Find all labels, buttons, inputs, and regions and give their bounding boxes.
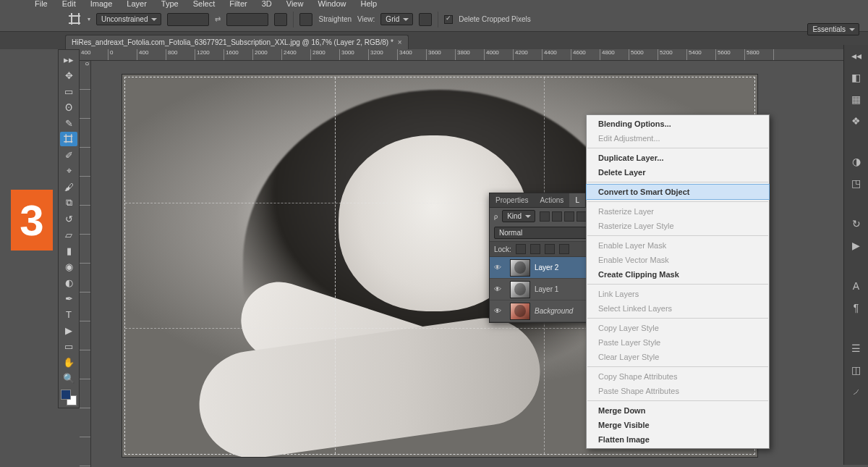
menu-type[interactable]: Type bbox=[156, 0, 184, 9]
delete-cropped-checkbox[interactable] bbox=[444, 15, 453, 24]
layer-thumbnail[interactable] bbox=[510, 303, 530, 320]
layers-panel-icon[interactable]: ☰ bbox=[848, 340, 864, 356]
settings-gear-icon[interactable] bbox=[419, 13, 432, 26]
menu-select[interactable]: Select bbox=[187, 0, 221, 9]
shape-tool[interactable]: ▭ bbox=[60, 339, 77, 353]
document-title: HiRes_andreaxt_Fotolia.com_Fotolia_63677… bbox=[72, 38, 393, 46]
straighten-icon[interactable] bbox=[299, 13, 312, 26]
lock-transparency-icon[interactable] bbox=[516, 244, 526, 254]
context-menu-item[interactable]: Merge Down bbox=[587, 403, 769, 418]
adjustments-panel-icon[interactable]: ◑ bbox=[848, 153, 864, 169]
workspace-dropdown[interactable]: Essentials bbox=[807, 23, 859, 35]
eraser-tool[interactable]: ▱ bbox=[60, 227, 77, 242]
context-menu-item: Rasterize Layer bbox=[587, 204, 769, 219]
kind-filter-dropdown[interactable]: Kind bbox=[502, 210, 535, 222]
menu-window[interactable]: Window bbox=[312, 0, 352, 9]
color-swatch[interactable] bbox=[61, 390, 77, 405]
visibility-eye-icon[interactable]: 👁 bbox=[490, 264, 506, 272]
context-menu-item[interactable]: Blending Options... bbox=[587, 117, 769, 131]
clear-button[interactable] bbox=[274, 13, 287, 26]
menu-separator bbox=[587, 284, 768, 285]
gradient-tool[interactable]: ▮ bbox=[60, 243, 77, 258]
lock-position-icon[interactable] bbox=[545, 244, 555, 254]
visibility-eye-icon[interactable]: 👁 bbox=[490, 285, 506, 293]
history-panel-icon[interactable]: ↻ bbox=[848, 216, 864, 232]
context-menu-item: Edit Adjustment... bbox=[587, 131, 769, 146]
lock-all-icon[interactable] bbox=[559, 244, 569, 254]
close-tab-icon[interactable]: × bbox=[398, 38, 402, 46]
view-dropdown[interactable]: Grid bbox=[380, 13, 413, 25]
context-menu-item: Copy Shape Attributes bbox=[587, 369, 769, 384]
filter-pixel-icon[interactable] bbox=[540, 211, 550, 222]
expand-icon[interactable]: ◂◂ bbox=[848, 48, 864, 64]
context-menu-item: Enable Layer Mask bbox=[587, 238, 769, 253]
quick-select-tool[interactable]: ✎ bbox=[60, 116, 77, 130]
context-menu-item[interactable]: Create Clipping Mask bbox=[587, 267, 769, 282]
layer-thumbnail[interactable] bbox=[510, 259, 530, 277]
channels-panel-icon[interactable]: ◫ bbox=[848, 362, 864, 378]
swatches-panel-icon[interactable]: ▦ bbox=[848, 91, 864, 107]
hand-tool[interactable]: ✋ bbox=[60, 355, 77, 369]
document-tab[interactable]: HiRes_andreaxt_Fotolia.com_Fotolia_63677… bbox=[65, 35, 409, 49]
masks-panel-icon[interactable]: ◳ bbox=[848, 175, 864, 191]
marquee-tool[interactable]: ▭ bbox=[60, 84, 77, 98]
layer-thumbnail[interactable] bbox=[510, 281, 530, 298]
constrain-dropdown[interactable]: Unconstrained bbox=[96, 13, 161, 25]
height-input[interactable] bbox=[226, 13, 268, 26]
pen-tool[interactable]: ✒ bbox=[60, 291, 77, 306]
document-tab-bar: HiRes_andreaxt_Fotolia.com_Fotolia_63677… bbox=[0, 32, 868, 49]
zoom-tool[interactable]: 🔍 bbox=[60, 371, 77, 385]
left-toolbox: ▸▸ ✥ ▭ ʘ ✎ ✐ ⌖ 🖌 ⧉ ↺ ▱ ▮ ◉ ◐ ✒ T ▶ ▭ ✋ 🔍 bbox=[58, 49, 80, 408]
character-panel-icon[interactable]: A bbox=[848, 278, 864, 294]
filter-type-icon[interactable] bbox=[564, 211, 574, 222]
move-tool[interactable]: ✥ bbox=[60, 68, 77, 83]
history-brush-tool[interactable]: ↺ bbox=[60, 211, 77, 226]
crop-tool[interactable] bbox=[60, 132, 77, 146]
dodge-tool[interactable]: ◐ bbox=[60, 275, 77, 290]
menu-separator bbox=[587, 366, 768, 367]
paragraph-panel-icon[interactable]: ¶ bbox=[848, 300, 864, 316]
width-input[interactable] bbox=[167, 13, 209, 26]
menu-help[interactable]: Help bbox=[355, 0, 383, 9]
menu-separator bbox=[587, 235, 768, 236]
context-menu-item[interactable]: Flatten Image bbox=[587, 432, 769, 447]
menu-filter[interactable]: Filter bbox=[224, 0, 252, 9]
path-select-tool[interactable]: ▶ bbox=[60, 323, 77, 337]
menu-edit[interactable]: Edit bbox=[56, 0, 82, 9]
actions-panel-icon[interactable]: ▶ bbox=[848, 237, 864, 253]
swap-dimensions-icon[interactable]: ⇄ bbox=[215, 15, 221, 23]
paths-panel-icon[interactable]: ⟋ bbox=[848, 384, 864, 400]
brush-tool[interactable]: 🖌 bbox=[60, 180, 77, 194]
type-tool[interactable]: T bbox=[60, 307, 77, 321]
context-menu-item: Copy Layer Style bbox=[587, 321, 769, 335]
right-panel-strip: ◂◂ ◧ ▦ ❖ ◑ ◳ ↻ ▶ A ¶ ☰ ◫ ⟋ bbox=[843, 45, 868, 465]
lock-label: Lock: bbox=[494, 245, 511, 253]
menu-view[interactable]: View bbox=[281, 0, 310, 9]
stamp-tool[interactable]: ⧉ bbox=[60, 195, 77, 210]
filter-adjust-icon[interactable] bbox=[552, 211, 562, 222]
context-menu-item[interactable]: Merge Visible bbox=[587, 418, 769, 432]
tab-toggle-icon[interactable]: ▸▸ bbox=[60, 52, 77, 67]
tab-actions[interactable]: Actions bbox=[535, 193, 570, 207]
menu-layer[interactable]: Layer bbox=[121, 0, 153, 9]
step-badge: 3 bbox=[11, 190, 53, 251]
eyedropper-tool[interactable]: ✐ bbox=[60, 148, 77, 162]
menu-separator bbox=[587, 318, 768, 319]
menu-3d[interactable]: 3D bbox=[256, 0, 278, 9]
color-panel-icon[interactable]: ◧ bbox=[848, 70, 864, 85]
context-menu-item[interactable]: Duplicate Layer... bbox=[587, 151, 769, 165]
blur-tool[interactable]: ◉ bbox=[60, 259, 77, 274]
context-menu-item[interactable]: Convert to Smart Object bbox=[587, 185, 769, 199]
menu-file[interactable]: File bbox=[29, 0, 54, 9]
styles-panel-icon[interactable]: ❖ bbox=[848, 113, 864, 129]
menu-image[interactable]: Image bbox=[85, 0, 119, 9]
context-menu-item: Select Linked Layers bbox=[587, 301, 769, 316]
lasso-tool[interactable]: ʘ bbox=[60, 100, 77, 114]
context-menu-item[interactable]: Delete Layer bbox=[587, 165, 769, 180]
lock-pixels-icon[interactable] bbox=[530, 244, 540, 254]
visibility-eye-icon[interactable]: 👁 bbox=[490, 307, 506, 315]
tab-layers[interactable]: L bbox=[569, 193, 586, 207]
context-menu-item: Rasterize Layer Style bbox=[587, 219, 769, 233]
healing-tool[interactable]: ⌖ bbox=[60, 164, 77, 178]
tab-properties[interactable]: Properties bbox=[490, 193, 535, 207]
